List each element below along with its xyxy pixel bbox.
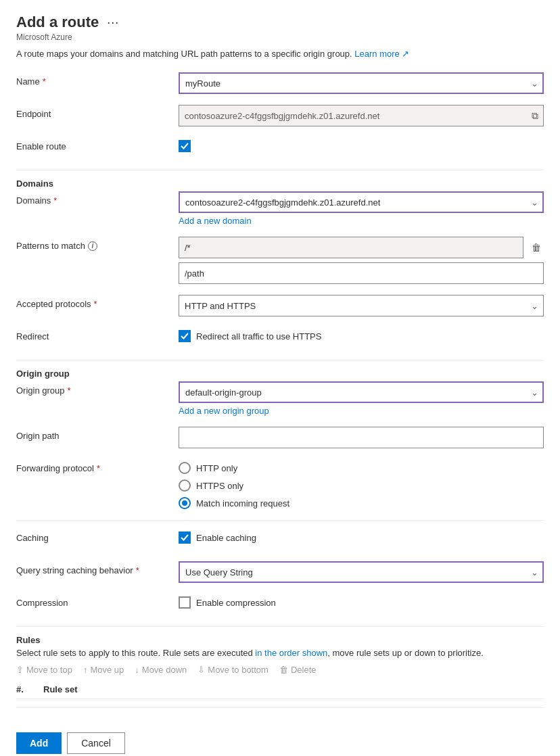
table-col-ruleset: Rule set: [43, 684, 544, 694]
rules-description: Select rule sets to apply to this route.…: [16, 648, 544, 658]
move-down-arrow-icon: ↓: [135, 665, 139, 675]
origin-group-control: default-origin-group ⌄ Add a new origin …: [179, 381, 544, 416]
delete-rule-button[interactable]: 🗑 Delete: [279, 665, 317, 675]
patterns-info-icon[interactable]: i: [88, 241, 97, 251]
patterns-control: 🗑: [179, 237, 544, 284]
compression-checkbox-label: Enable compression: [196, 598, 276, 608]
domains-select[interactable]: contosoazure2-c4fggsfbgjgmdehk.z01.azure…: [179, 191, 544, 213]
origin-path-control: [179, 427, 544, 448]
radio-http-label: HTTP only: [196, 463, 237, 473]
pattern-input-1[interactable]: [179, 237, 523, 258]
page-subtitle: Microsoft Azure: [16, 32, 544, 42]
pattern-row-2: [179, 262, 544, 284]
radio-https-row: HTTPS only: [179, 479, 544, 492]
radio-match-button[interactable]: [179, 497, 191, 509]
move-up-arrow-icon: ↑: [83, 665, 88, 675]
pattern-row-1: 🗑: [179, 237, 544, 258]
delete-pattern-icon[interactable]: 🗑: [529, 239, 544, 256]
redirect-label: Redirect: [16, 327, 179, 341]
name-row: Name * ⌄: [16, 72, 544, 94]
compression-row: Compression Enable compression: [16, 594, 544, 615]
enable-route-label: Enable route: [16, 137, 179, 151]
rules-toolbar: ⇧ Move to top ↑ Move up ↓ Move down ⇩ Mo…: [16, 665, 544, 675]
pattern-input-2[interactable]: [179, 262, 544, 284]
table-col-hash: #.: [16, 684, 43, 694]
add-button[interactable]: Add: [16, 732, 62, 754]
origin-path-input[interactable]: [179, 427, 544, 448]
page-title: Add a route: [16, 14, 99, 31]
delete-rule-icon: 🗑: [279, 665, 288, 675]
in-order-text: in the order shown: [255, 648, 327, 658]
origin-group-row: Origin group * default-origin-group ⌄ Ad…: [16, 381, 544, 416]
origin-group-required: *: [68, 385, 71, 396]
endpoint-control: ⧉: [179, 105, 544, 126]
patterns-row: Patterns to match i 🗑: [16, 237, 544, 284]
caching-row: Caching Enable caching: [16, 529, 544, 550]
forwarding-protocol-row: Forwarding protocol * HTTP only HTTPS on…: [16, 459, 544, 509]
add-domain-link[interactable]: Add a new domain: [179, 216, 252, 226]
origin-path-row: Origin path: [16, 427, 544, 448]
endpoint-input: [179, 105, 544, 126]
caching-checkbox[interactable]: [179, 531, 191, 544]
move-bottom-button[interactable]: ⇩ Move to bottom: [197, 665, 269, 675]
radio-match-label: Match incoming request: [196, 498, 289, 509]
compression-control: Enable compression: [179, 594, 544, 609]
compression-label: Compression: [16, 594, 179, 608]
caching-label: Caching: [16, 529, 179, 543]
move-down-button[interactable]: ↓ Move down: [135, 665, 187, 675]
move-top-arrow-icon: ⇧: [16, 665, 24, 675]
patterns-label: Patterns to match i: [16, 237, 179, 251]
enable-route-control: [179, 137, 544, 152]
radio-match-inner: [182, 500, 187, 506]
enable-route-checkbox[interactable]: [179, 140, 191, 152]
more-options-button[interactable]: ···: [104, 16, 122, 30]
radio-http-button[interactable]: [179, 462, 191, 474]
protocols-select[interactable]: HTTP and HTTPS: [179, 295, 544, 316]
domains-required: *: [53, 195, 57, 206]
copy-icon[interactable]: ⧉: [532, 110, 538, 122]
rules-table-header: #. Rule set: [16, 680, 544, 699]
radio-match-row: Match incoming request: [179, 497, 544, 509]
redirect-checkbox[interactable]: [179, 330, 191, 342]
origin-group-select[interactable]: default-origin-group: [179, 381, 544, 403]
name-control: ⌄: [179, 72, 544, 94]
query-string-label: Query string caching behavior *: [16, 561, 179, 575]
name-required: *: [43, 76, 46, 87]
query-string-required: *: [136, 565, 139, 575]
enable-route-row: Enable route: [16, 137, 544, 159]
rules-section-header: Rules: [16, 635, 544, 645]
compression-checkbox[interactable]: [179, 596, 191, 609]
forwarding-protocol-label: Forwarding protocol *: [16, 459, 179, 473]
redirect-checkbox-label: Redirect all traffic to use HTTPS: [196, 331, 321, 341]
name-label: Name *: [16, 72, 179, 87]
origin-group-section-header: Origin group: [16, 369, 544, 379]
external-link-icon: ↗: [402, 49, 409, 59]
learn-more-link[interactable]: Learn more ↗: [354, 49, 409, 59]
protocols-control: HTTP and HTTPS ⌄: [179, 295, 544, 316]
query-string-row: Query string caching behavior * Use Quer…: [16, 561, 544, 583]
radio-https-button[interactable]: [179, 479, 191, 492]
rules-section: Rules Select rule sets to apply to this …: [16, 635, 544, 699]
cancel-button[interactable]: Cancel: [67, 732, 125, 754]
domains-label: Domains *: [16, 191, 179, 206]
protocols-label: Accepted protocols *: [16, 295, 179, 309]
redirect-row: Redirect Redirect all traffic to use HTT…: [16, 327, 544, 349]
move-top-button[interactable]: ⇧ Move to top: [16, 665, 72, 675]
radio-https-label: HTTPS only: [196, 481, 243, 491]
radio-http-row: HTTP only: [179, 462, 544, 474]
query-string-select[interactable]: Use Query String: [179, 561, 544, 583]
protocols-row: Accepted protocols * HTTP and HTTPS ⌄: [16, 295, 544, 316]
name-input[interactable]: [179, 72, 544, 94]
checkmark-icon: [181, 143, 189, 149]
add-origin-group-link[interactable]: Add a new origin group: [179, 406, 269, 416]
move-bottom-arrow-icon: ⇩: [197, 665, 205, 675]
domains-section-header: Domains: [16, 179, 544, 189]
domains-control: contosoazure2-c4fggsfbgjgmdehk.z01.azure…: [179, 191, 544, 226]
caching-control: Enable caching: [179, 529, 544, 544]
redirect-control: Redirect all traffic to use HTTPS: [179, 327, 544, 342]
move-up-button[interactable]: ↑ Move up: [83, 665, 124, 675]
forwarding-protocol-control: HTTP only HTTPS only Match incoming requ…: [179, 459, 544, 509]
forwarding-required: *: [97, 463, 100, 473]
origin-path-label: Origin path: [16, 427, 179, 441]
footer-buttons: Add Cancel: [16, 722, 544, 754]
